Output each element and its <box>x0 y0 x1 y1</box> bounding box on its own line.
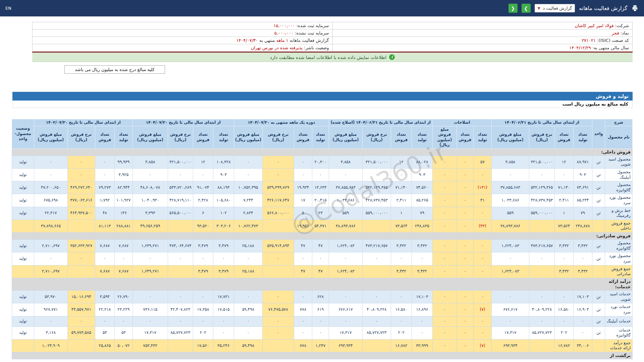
value-cell: ۱۰۸,۳۲۸ <box>213 156 234 168</box>
value-cell: ۱,۶۲۴,۰۸۳ <box>329 240 362 252</box>
value-cell: ۰ <box>312 316 329 326</box>
group-header: دوره یک ماهه منتهی به ۱۴۰۴/۰۷/۳۰ <box>234 119 329 126</box>
value-cell: ۷,۲۴۴ <box>234 194 262 207</box>
amounts-note-box: کلیه مبالغ درج شده به میلیون ریال می باش… <box>64 65 165 74</box>
info-label: سرمایه ثبت نشده: <box>295 31 329 36</box>
status-cell: تولید <box>12 303 34 316</box>
next-report-button[interactable]: ❯ <box>522 4 531 13</box>
value-cell: ۰ <box>362 291 391 303</box>
value-cell: ۰ <box>362 169 391 181</box>
value-cell: ۰ <box>329 291 362 303</box>
value-cell: ۷۶,۴۷۵,۵۷۸ <box>262 303 294 316</box>
unit-cell: تن <box>592 291 605 303</box>
info-value: فولاد امیر کبیر کاشان <box>575 23 613 28</box>
value-cell: ۰ <box>457 316 473 326</box>
info-row: سال مالی منتهی به: ۱۴۰۴/۱۲/۲۹ وضعیت ناشر… <box>33 44 633 52</box>
value-cell: ۰ <box>457 339 473 352</box>
value-cell: ۸۵,۷۲۷,۷۲۳ <box>168 326 193 339</box>
table-row: محصول آنیلینگتن۹۰۳۰۰۰۰۰۰۹۰۳۰۰۰۰۰۰۰۹۰۳۰۰۰… <box>12 169 632 181</box>
value-cell: ۰ <box>168 252 193 265</box>
value-cell: ۷۵۳,۴۳۲ <box>132 339 168 352</box>
value-cell: ۰ <box>432 220 457 232</box>
status-cell: تولید <box>12 252 34 265</box>
unit-cell: تن <box>592 181 605 194</box>
value-cell: ۴۹,۶۵۶,۲۵۹ <box>132 220 168 232</box>
info-label: سرمایه ثبت شده: <box>296 23 329 28</box>
value-cell: ۲۴۸,۸۳۵ <box>412 220 432 232</box>
total-row: جمع فروش صادراتی۳,۴۳۲۳,۴۳۲۱,۶۲۴,۰۸۳۰۰۰۳,… <box>12 265 632 278</box>
value-cell: ۳۸,۸۹۳,۷۸۶ <box>329 220 362 232</box>
subcolumn-header: مبلغ فروش (میلیون ریال) <box>234 126 262 148</box>
info-value: ۱۴۰۴/۱۲/۲۹ <box>569 45 591 50</box>
value-cell: ۱,۶۲۴,۰۸۳ <box>491 240 529 252</box>
value-cell: ۳۷,۸۵۵,۶۸۳ <box>491 181 529 194</box>
info-label: نماد: <box>621 31 629 36</box>
value-cell: ۰ <box>67 316 95 326</box>
value-cell: ۰ <box>294 326 312 339</box>
product-name-cell: خدمات نورد سرد <box>605 303 633 316</box>
value-cell: ۳۱ <box>473 194 491 207</box>
value-cell: ۰ <box>132 169 168 181</box>
value-cell: (۱۳۱) <box>473 181 491 194</box>
value-cell: ۳۷۷,۰۶۳,۶۱۶ <box>67 194 95 207</box>
group-header: از ابتدای سال مالی تا تاریخ ۱۴۰۴/۰۷/۳۰ <box>132 119 234 126</box>
prev-report-button[interactable]: ❮ <box>508 4 518 13</box>
unit-cell: تن <box>592 252 605 265</box>
value-cell: ۳,۴۷۹ <box>213 265 234 278</box>
value-cell: ۰ <box>95 169 114 181</box>
value-cell: ۴۷ <box>312 265 329 278</box>
value-cell: ۱۶,۸۹۶ <box>412 303 432 316</box>
value-cell: ۰ <box>457 169 473 181</box>
value-cell: ۲,۴۲۸ <box>193 194 213 207</box>
value-cell: ۷۷۸ <box>294 303 312 316</box>
value-cell: ۰ <box>432 181 457 194</box>
subcolumn-header: تعداد فروش <box>95 126 114 148</box>
value-cell: ۱,۶۲۴,۰۸۳ <box>329 265 362 278</box>
value-cell: ۲,۷۱۰,۶۹۷ <box>34 265 67 278</box>
table-row: خدمات اسید شوییتن۱۷,۱۰۳۰۰۰۰۰۰۱۷,۱۰۳۰۰۰۶۲… <box>12 291 632 303</box>
print-icon[interactable] <box>631 5 639 12</box>
subcolumn-header: تعداد تولید <box>213 126 234 148</box>
value-cell: ۱,۶۴۹,۲۷۱ <box>132 240 168 252</box>
value-cell: ۰ <box>457 220 473 232</box>
value-cell: ۳,۹۲۵ <box>114 169 132 181</box>
product-name-cell: خدمات آنیلینگ <box>605 316 633 326</box>
report-type-dropdown[interactable]: گزارش فعالیت د ▼ <box>535 4 575 12</box>
value-cell: ۲۸۸,۸۸۱ <box>114 220 132 232</box>
value-cell: ۰ <box>555 316 574 326</box>
value-cell: ۳,۴۳۲ <box>391 265 412 278</box>
value-cell: ۳۲۱,۵۰۰,۰۰۰ <box>362 156 391 168</box>
value-cell: ۱۶,۷۸۲ <box>391 339 412 352</box>
value-cell: ۴۷ <box>294 240 312 252</box>
value-cell: ۳۴,۰۰۶ <box>574 339 592 352</box>
value-cell: ۸۸,۱۹۳ <box>213 181 234 194</box>
value-cell: ۰ <box>457 326 473 339</box>
subcolumn-header: تعداد فروش <box>193 126 213 148</box>
table-row: خط برش و رفرمینگتن۷۹۱۵۵۹,۰۰۰,۰۰۰۵۵۹۰۰۰۷۹… <box>12 207 632 220</box>
unit-cell: تن <box>592 240 605 252</box>
value-cell: ۳۲۱,۵۰۰,۰۰۰ <box>529 156 555 168</box>
table-row: محصول نورد سردتن۰۰۰۰۰۰۰۰۰۰۰۰۰۰۰۰۰۰۰۰۰۰۰ت… <box>12 252 632 265</box>
value-cell: (۷) <box>473 339 491 352</box>
page-title: گزارش فعالیت ماهانه <box>579 5 627 11</box>
value-cell: ۰ <box>34 252 67 265</box>
status-cell: تولید <box>12 194 34 207</box>
language-toggle-en[interactable]: EN <box>5 6 11 11</box>
value-cell: ۲۰,۳۰۰ <box>312 156 329 168</box>
section-label: فروش صادراتی: <box>594 233 631 239</box>
value-cell: ۲۲,۲۱۸ <box>95 303 114 316</box>
value-cell: ۵۳ <box>114 326 132 339</box>
value-cell: ۷۳۶,۱۱۵ <box>132 303 168 316</box>
value-cell: ۰ <box>193 169 213 181</box>
value-cell: ۳۲۱,۵۰۰,۰۰۰ <box>168 156 193 168</box>
value-cell: ۱۷,۵۱۵ <box>213 303 234 316</box>
info-cell-right: شرکت: فولاد امیر کبیر کاشان <box>332 22 633 29</box>
value-cell: ۰ <box>473 316 491 326</box>
value-cell: ۵۳۲,۱۲۹,۳۶۵ <box>529 181 555 194</box>
value-cell: ۰ <box>412 252 432 265</box>
status-cell: تولید <box>12 181 34 194</box>
product-name-cell: محصول اسید شویی <box>605 156 633 168</box>
value-cell: ۳,۸۵۸ <box>329 156 362 168</box>
table-row: محصول اسید شوییتن۸۷,۹۷۱۱۲۳۲۱,۵۰۰,۰۰۰۳,۸۵… <box>12 156 632 168</box>
value-cell: ۰ <box>473 326 491 339</box>
